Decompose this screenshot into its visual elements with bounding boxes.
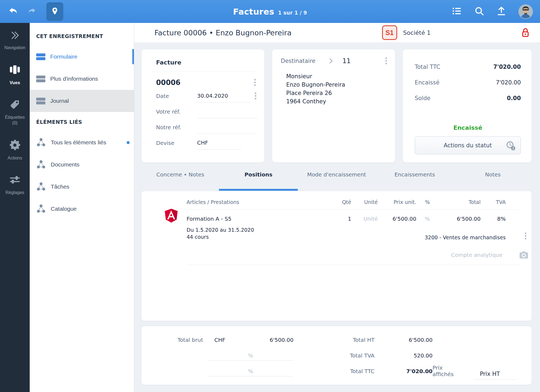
panel-item-taches[interactable]: Tâches <box>30 176 134 198</box>
field-label-date: Date <box>156 93 197 103</box>
global-discount-field-2[interactable]: % <box>208 366 293 376</box>
invoice-number[interactable]: 00006 <box>156 79 180 87</box>
article-unit: Unité <box>351 216 378 222</box>
upload-icon <box>496 6 507 17</box>
list-view-button[interactable] <box>451 6 462 17</box>
tab-concerne-notes[interactable]: Concerne • Notes <box>141 163 219 191</box>
total-tva-label: Total TVA <box>320 352 374 359</box>
panel-item-catalogue[interactable]: Catalogue <box>30 198 134 220</box>
main-area: Facture 00006 • Enzo Bugnon-Pereira S1 S… <box>134 23 540 392</box>
total-ttc-summary-value: 7'020.00 <box>374 368 433 374</box>
notre-ref-field[interactable] <box>197 125 257 134</box>
double-chevron-right-icon <box>9 30 21 41</box>
total-ht-value: 6'500.00 <box>374 337 433 343</box>
recipient-menu-button[interactable] <box>384 56 388 65</box>
tab-mode-encaissement[interactable]: Mode d'encaissement <box>298 163 376 191</box>
chevron-right-icon[interactable] <box>327 57 334 65</box>
date-field[interactable]: 30.04.2020 <box>197 93 250 103</box>
article-total: 6'500.00 <box>430 216 481 222</box>
position-row[interactable]: Formation A - S5 1 Unité 6'500.00 % 6'50… <box>164 216 519 222</box>
form-icon <box>36 76 45 82</box>
record-panel: CET ENREGISTREMENT Formulaire Plus d'inf… <box>30 23 134 392</box>
user-avatar[interactable] <box>518 4 533 19</box>
panel-item-tous-elements-lies[interactable]: Tous les éléments liés <box>30 131 134 154</box>
tag-count: (0) <box>12 120 18 125</box>
undo-arrow-icon <box>8 6 18 16</box>
positions-card: Articles / Prestations Qté Unité Prix un… <box>141 191 532 321</box>
position-description-row: Du 1.5.2020 au 31.5.2020 44 cours 3200 -… <box>164 226 519 240</box>
search-icon <box>474 6 484 17</box>
forward-button[interactable] <box>28 7 37 16</box>
tab-notes[interactable]: Notes <box>454 163 532 191</box>
totals-card: Total TTC 7'020.00 Encaissé 7'020.00 Sol… <box>403 49 532 163</box>
form-icon <box>36 53 45 60</box>
status-badge: Encaissé <box>415 124 521 131</box>
panel-section-title: ÉLÉMENTS LIÉS <box>36 119 134 125</box>
company-name: Société 1 <box>403 29 431 36</box>
total-ttc-label: Total TTC <box>415 64 440 70</box>
panel-item-journal[interactable]: Journal <box>30 90 134 112</box>
left-rail: Navigation Vues Étiquettes(0) Actions <box>0 23 30 392</box>
analytic-account-field[interactable]: Compte analytique <box>451 252 502 258</box>
global-discount-field-1[interactable]: % <box>208 350 293 361</box>
panel-item-formulaire[interactable]: Formulaire <box>30 46 134 68</box>
linked-items-icon <box>36 182 46 192</box>
article-discount: % <box>416 216 430 222</box>
sliders-icon <box>9 174 21 186</box>
solde-label: Solde <box>415 95 430 101</box>
currency-field[interactable]: CHF <box>214 337 225 343</box>
panel-item-plus-informations[interactable]: Plus d'informations <box>30 68 134 90</box>
top-bar: Factures 1 sur 1 / 9 <box>0 0 540 23</box>
rail-label: Étiquettes(0) <box>5 114 25 126</box>
page-title: Facture 00006 • Enzo Bugnon-Pereira <box>154 29 292 37</box>
tab-encaissements[interactable]: Encaissements <box>376 163 454 191</box>
article-qty: 1 <box>328 216 351 222</box>
record-counter: 1 sur 1 / 9 <box>278 10 307 16</box>
prix-affiches-label: Prix affichés <box>433 364 463 380</box>
field-label-notre-ref: Notre réf. <box>156 124 197 134</box>
position-row-menu-button[interactable] <box>524 231 527 240</box>
recipient-address: Monsieur Enzo Bugnon-Pereira Place Perei… <box>286 72 388 106</box>
invoice-card: Facture 00006 Date 30.04.2020 Votre <box>141 49 265 163</box>
status-actions-button[interactable]: Actions du statut i <box>415 137 521 154</box>
recipient-number[interactable]: 11 <box>342 57 351 65</box>
rail-label: Navigation <box>4 45 25 50</box>
camera-icon[interactable] <box>519 251 528 260</box>
notification-dot <box>127 141 130 144</box>
prix-affiches-select[interactable]: Prix HT <box>474 371 516 380</box>
rail-item-vues[interactable]: Vues <box>0 64 30 86</box>
votre-ref-field[interactable] <box>197 109 257 118</box>
total-ttc-summary-label: Total TTC <box>320 368 374 374</box>
clock-info-icon: i <box>505 141 516 153</box>
back-button[interactable] <box>8 6 18 16</box>
rail-item-navigation[interactable]: Navigation <box>0 30 30 50</box>
redo-arrow-icon <box>28 7 37 16</box>
export-button[interactable] <box>496 6 507 17</box>
positions-table-header: Articles / Prestations Qté Unité Prix un… <box>164 199 519 205</box>
panel-section-title: CET ENREGISTREMENT <box>36 33 134 39</box>
encaisse-value: 7'020.00 <box>496 79 521 86</box>
devise-field[interactable]: CHF <box>197 139 242 149</box>
recipient-card: Destinataire 11 Monsieur Enzo Bugnon-Per… <box>272 49 395 163</box>
invoice-number-menu-button[interactable] <box>253 78 257 87</box>
article-unit-price: 6'500.00 <box>378 216 416 222</box>
summary-card: Total brut CHF 6'500.00 % % Total HT 6'5… <box>141 326 532 385</box>
rail-label: Actions <box>8 155 22 161</box>
app-window: Factures 1 sur 1 / 9 <box>0 0 540 392</box>
field-label-devise: Devise <box>156 140 197 149</box>
panel-item-documents[interactable]: Documents <box>30 154 134 176</box>
rail-item-etiquettes[interactable]: Étiquettes(0) <box>0 99 30 126</box>
rail-item-actions[interactable]: Actions <box>0 139 30 161</box>
company-badge[interactable]: S1 <box>382 25 397 40</box>
linked-items-icon <box>36 138 46 148</box>
app-title: Factures <box>233 7 274 16</box>
account-link[interactable]: 3200 - Ventes de marchandises <box>425 234 506 240</box>
search-button[interactable] <box>474 6 484 17</box>
total-brut-value: 6'500.00 <box>225 337 293 343</box>
linked-items-icon <box>36 160 46 170</box>
content-area: Facture 00006 Date 30.04.2020 Votre <box>134 42 540 392</box>
tab-positions[interactable]: Positions <box>219 163 297 191</box>
date-menu-button[interactable] <box>254 91 257 100</box>
pin-record-button[interactable] <box>46 2 63 21</box>
rail-item-reglages[interactable]: Réglages <box>0 174 30 195</box>
